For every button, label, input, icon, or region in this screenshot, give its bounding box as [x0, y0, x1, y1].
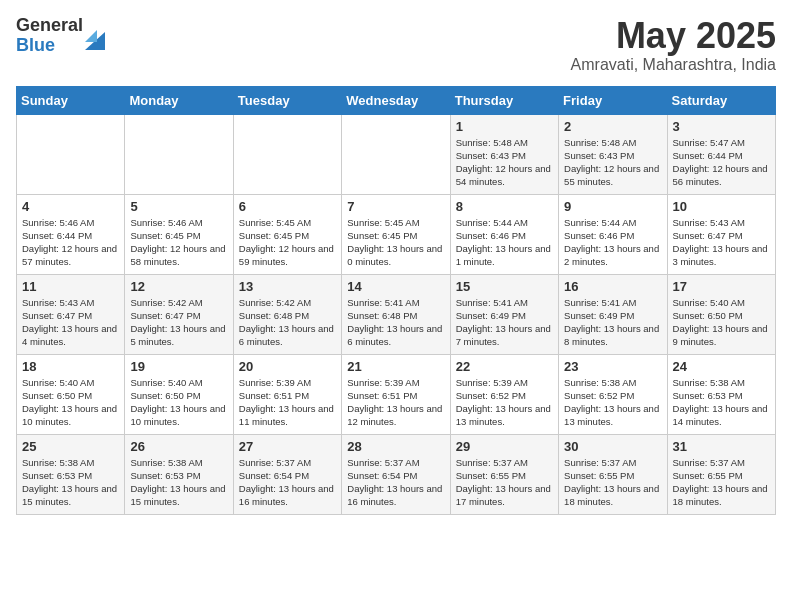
cell-info: Sunrise: 5:48 AM Sunset: 6:43 PM Dayligh…	[564, 136, 661, 189]
cell-info: Sunrise: 5:41 AM Sunset: 6:49 PM Dayligh…	[456, 296, 553, 349]
cell-info: Sunrise: 5:48 AM Sunset: 6:43 PM Dayligh…	[456, 136, 553, 189]
cell-info: Sunrise: 5:38 AM Sunset: 6:53 PM Dayligh…	[22, 456, 119, 509]
logo-general: General	[16, 16, 83, 36]
cell-info: Sunrise: 5:39 AM Sunset: 6:52 PM Dayligh…	[456, 376, 553, 429]
calendar-cell: 27Sunrise: 5:37 AM Sunset: 6:54 PM Dayli…	[233, 434, 341, 514]
day-number: 7	[347, 199, 444, 214]
calendar-cell: 3Sunrise: 5:47 AM Sunset: 6:44 PM Daylig…	[667, 114, 775, 194]
calendar-week-row: 18Sunrise: 5:40 AM Sunset: 6:50 PM Dayli…	[17, 354, 776, 434]
calendar-cell	[17, 114, 125, 194]
day-number: 11	[22, 279, 119, 294]
day-number: 27	[239, 439, 336, 454]
cell-info: Sunrise: 5:40 AM Sunset: 6:50 PM Dayligh…	[22, 376, 119, 429]
day-number: 16	[564, 279, 661, 294]
cell-info: Sunrise: 5:42 AM Sunset: 6:47 PM Dayligh…	[130, 296, 227, 349]
calendar-week-row: 1Sunrise: 5:48 AM Sunset: 6:43 PM Daylig…	[17, 114, 776, 194]
calendar-cell: 20Sunrise: 5:39 AM Sunset: 6:51 PM Dayli…	[233, 354, 341, 434]
day-number: 2	[564, 119, 661, 134]
day-number: 19	[130, 359, 227, 374]
calendar-cell: 10Sunrise: 5:43 AM Sunset: 6:47 PM Dayli…	[667, 194, 775, 274]
day-number: 17	[673, 279, 770, 294]
cell-info: Sunrise: 5:47 AM Sunset: 6:44 PM Dayligh…	[673, 136, 770, 189]
header-wednesday: Wednesday	[342, 86, 450, 114]
calendar-cell: 22Sunrise: 5:39 AM Sunset: 6:52 PM Dayli…	[450, 354, 558, 434]
day-number: 8	[456, 199, 553, 214]
cell-info: Sunrise: 5:37 AM Sunset: 6:54 PM Dayligh…	[347, 456, 444, 509]
calendar-cell	[125, 114, 233, 194]
logo-icon	[85, 22, 105, 50]
cell-info: Sunrise: 5:41 AM Sunset: 6:49 PM Dayligh…	[564, 296, 661, 349]
cell-info: Sunrise: 5:38 AM Sunset: 6:53 PM Dayligh…	[673, 376, 770, 429]
day-number: 13	[239, 279, 336, 294]
day-number: 26	[130, 439, 227, 454]
calendar-cell	[342, 114, 450, 194]
calendar-cell: 17Sunrise: 5:40 AM Sunset: 6:50 PM Dayli…	[667, 274, 775, 354]
calendar-cell: 25Sunrise: 5:38 AM Sunset: 6:53 PM Dayli…	[17, 434, 125, 514]
cell-info: Sunrise: 5:43 AM Sunset: 6:47 PM Dayligh…	[673, 216, 770, 269]
cell-info: Sunrise: 5:46 AM Sunset: 6:44 PM Dayligh…	[22, 216, 119, 269]
calendar-cell	[233, 114, 341, 194]
title-block: May 2025 Amravati, Maharashtra, India	[571, 16, 776, 74]
header-sunday: Sunday	[17, 86, 125, 114]
cell-info: Sunrise: 5:37 AM Sunset: 6:55 PM Dayligh…	[456, 456, 553, 509]
cell-info: Sunrise: 5:45 AM Sunset: 6:45 PM Dayligh…	[239, 216, 336, 269]
cell-info: Sunrise: 5:42 AM Sunset: 6:48 PM Dayligh…	[239, 296, 336, 349]
calendar-cell: 8Sunrise: 5:44 AM Sunset: 6:46 PM Daylig…	[450, 194, 558, 274]
cell-info: Sunrise: 5:46 AM Sunset: 6:45 PM Dayligh…	[130, 216, 227, 269]
calendar-cell: 16Sunrise: 5:41 AM Sunset: 6:49 PM Dayli…	[559, 274, 667, 354]
cell-info: Sunrise: 5:37 AM Sunset: 6:55 PM Dayligh…	[673, 456, 770, 509]
day-number: 1	[456, 119, 553, 134]
logo: General Blue	[16, 16, 105, 56]
day-number: 28	[347, 439, 444, 454]
cell-info: Sunrise: 5:39 AM Sunset: 6:51 PM Dayligh…	[347, 376, 444, 429]
calendar-cell: 31Sunrise: 5:37 AM Sunset: 6:55 PM Dayli…	[667, 434, 775, 514]
calendar-week-row: 25Sunrise: 5:38 AM Sunset: 6:53 PM Dayli…	[17, 434, 776, 514]
day-number: 30	[564, 439, 661, 454]
header-friday: Friday	[559, 86, 667, 114]
calendar-cell: 19Sunrise: 5:40 AM Sunset: 6:50 PM Dayli…	[125, 354, 233, 434]
cell-info: Sunrise: 5:39 AM Sunset: 6:51 PM Dayligh…	[239, 376, 336, 429]
calendar-cell: 15Sunrise: 5:41 AM Sunset: 6:49 PM Dayli…	[450, 274, 558, 354]
calendar-cell: 2Sunrise: 5:48 AM Sunset: 6:43 PM Daylig…	[559, 114, 667, 194]
calendar-table: SundayMondayTuesdayWednesdayThursdayFrid…	[16, 86, 776, 515]
calendar-cell: 4Sunrise: 5:46 AM Sunset: 6:44 PM Daylig…	[17, 194, 125, 274]
day-number: 21	[347, 359, 444, 374]
calendar-cell: 13Sunrise: 5:42 AM Sunset: 6:48 PM Dayli…	[233, 274, 341, 354]
cell-info: Sunrise: 5:44 AM Sunset: 6:46 PM Dayligh…	[564, 216, 661, 269]
page-header: General Blue May 2025 Amravati, Maharash…	[16, 16, 776, 74]
day-number: 5	[130, 199, 227, 214]
logo-text: General Blue	[16, 16, 83, 56]
location-title: Amravati, Maharashtra, India	[571, 56, 776, 74]
cell-info: Sunrise: 5:38 AM Sunset: 6:53 PM Dayligh…	[130, 456, 227, 509]
calendar-cell: 23Sunrise: 5:38 AM Sunset: 6:52 PM Dayli…	[559, 354, 667, 434]
month-title: May 2025	[571, 16, 776, 56]
cell-info: Sunrise: 5:43 AM Sunset: 6:47 PM Dayligh…	[22, 296, 119, 349]
day-number: 25	[22, 439, 119, 454]
day-number: 31	[673, 439, 770, 454]
header-tuesday: Tuesday	[233, 86, 341, 114]
calendar-cell: 5Sunrise: 5:46 AM Sunset: 6:45 PM Daylig…	[125, 194, 233, 274]
calendar-cell: 6Sunrise: 5:45 AM Sunset: 6:45 PM Daylig…	[233, 194, 341, 274]
cell-info: Sunrise: 5:37 AM Sunset: 6:55 PM Dayligh…	[564, 456, 661, 509]
calendar-cell: 9Sunrise: 5:44 AM Sunset: 6:46 PM Daylig…	[559, 194, 667, 274]
calendar-cell: 1Sunrise: 5:48 AM Sunset: 6:43 PM Daylig…	[450, 114, 558, 194]
day-number: 12	[130, 279, 227, 294]
cell-info: Sunrise: 5:40 AM Sunset: 6:50 PM Dayligh…	[673, 296, 770, 349]
calendar-cell: 26Sunrise: 5:38 AM Sunset: 6:53 PM Dayli…	[125, 434, 233, 514]
calendar-week-row: 11Sunrise: 5:43 AM Sunset: 6:47 PM Dayli…	[17, 274, 776, 354]
calendar-cell: 24Sunrise: 5:38 AM Sunset: 6:53 PM Dayli…	[667, 354, 775, 434]
logo-blue: Blue	[16, 36, 83, 56]
calendar-cell: 29Sunrise: 5:37 AM Sunset: 6:55 PM Dayli…	[450, 434, 558, 514]
day-number: 4	[22, 199, 119, 214]
calendar-cell: 7Sunrise: 5:45 AM Sunset: 6:45 PM Daylig…	[342, 194, 450, 274]
day-number: 23	[564, 359, 661, 374]
cell-info: Sunrise: 5:41 AM Sunset: 6:48 PM Dayligh…	[347, 296, 444, 349]
calendar-cell: 14Sunrise: 5:41 AM Sunset: 6:48 PM Dayli…	[342, 274, 450, 354]
calendar-cell: 28Sunrise: 5:37 AM Sunset: 6:54 PM Dayli…	[342, 434, 450, 514]
cell-info: Sunrise: 5:45 AM Sunset: 6:45 PM Dayligh…	[347, 216, 444, 269]
day-number: 10	[673, 199, 770, 214]
day-number: 9	[564, 199, 661, 214]
cell-info: Sunrise: 5:40 AM Sunset: 6:50 PM Dayligh…	[130, 376, 227, 429]
calendar-cell: 12Sunrise: 5:42 AM Sunset: 6:47 PM Dayli…	[125, 274, 233, 354]
day-number: 3	[673, 119, 770, 134]
